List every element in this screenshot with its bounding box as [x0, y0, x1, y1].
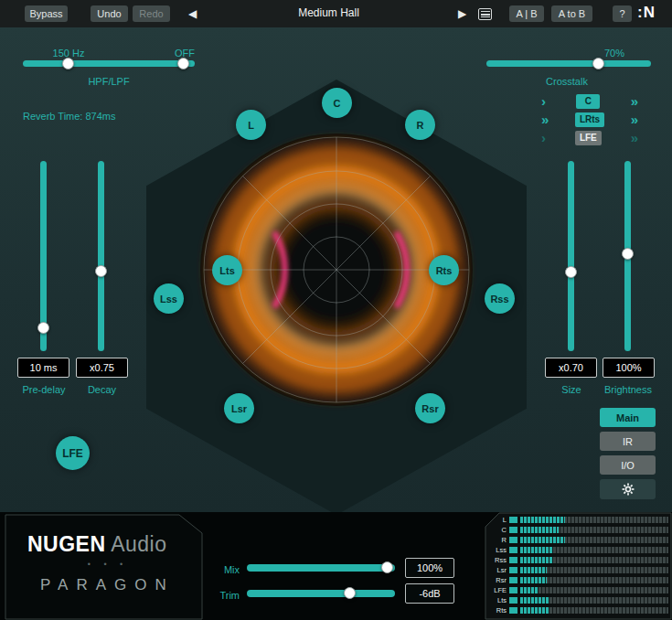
- trim-slider-track[interactable]: [247, 590, 395, 597]
- channel-meters: L C R Lss Rss Lsr Rsr LFE Lts Rts: [488, 515, 668, 615]
- meter-row-lts: Lts: [488, 595, 668, 605]
- bypass-button[interactable]: Bypass: [25, 5, 68, 22]
- footer-panel: NUGEN Audio • • • PARAGON Mix 100% Trim …: [0, 512, 672, 620]
- ab-toggle-button[interactable]: A | B: [509, 5, 544, 22]
- chevron-double-right-icon[interactable]: »: [631, 113, 638, 126]
- meter-label: Lsr: [488, 566, 507, 574]
- routing-row-lfe: › LFE »: [541, 130, 638, 145]
- routing-c-button[interactable]: C: [576, 94, 600, 109]
- crosstalk-slider-track[interactable]: [486, 60, 651, 67]
- brightness-slider-handle[interactable]: [622, 248, 634, 260]
- meter-chip: [509, 567, 517, 573]
- trim-slider-handle[interactable]: [344, 587, 356, 599]
- a-to-b-button[interactable]: A to B: [551, 5, 592, 22]
- crosstalk-value-label: 70%: [598, 48, 631, 59]
- next-preset-icon[interactable]: ▶: [458, 7, 466, 20]
- routing-row-c: › C »: [541, 93, 638, 109]
- reverb-time-label: Reverb Time: 874ms: [23, 111, 115, 122]
- meter-strip: [520, 537, 668, 543]
- routing-lfe-button[interactable]: LFE: [575, 131, 602, 145]
- meter-chip: [509, 537, 517, 543]
- meter-strip: [520, 607, 668, 614]
- size-slider-track[interactable]: [568, 161, 574, 351]
- decay-slider-handle[interactable]: [95, 265, 107, 277]
- size-slider-handle[interactable]: [565, 266, 577, 278]
- channel-node-l[interactable]: L: [236, 110, 266, 140]
- mix-slider-handle[interactable]: [381, 561, 393, 573]
- decay-value-box[interactable]: x0.75: [76, 358, 128, 378]
- mix-value-box[interactable]: 100%: [405, 558, 454, 578]
- channel-node-lts[interactable]: Lts: [212, 255, 242, 285]
- chevron-double-right-icon[interactable]: »: [631, 132, 638, 144]
- redo-button[interactable]: Redo: [133, 5, 170, 22]
- hpf-slider-handle[interactable]: [62, 58, 74, 69]
- channel-node-c[interactable]: C: [322, 88, 352, 118]
- meter-row-rsr: Rsr: [488, 575, 668, 585]
- brightness-value-box[interactable]: 100%: [603, 358, 655, 378]
- meter-level: [520, 557, 553, 563]
- meter-label: Lss: [488, 546, 507, 554]
- meter-strip: [520, 517, 668, 523]
- meter-strip: [520, 557, 668, 563]
- help-button[interactable]: ?: [613, 5, 632, 22]
- meter-level: [520, 587, 538, 593]
- brightness-label: Brightness: [594, 384, 662, 395]
- trim-value-box[interactable]: -6dB: [405, 583, 454, 604]
- meter-label: C: [488, 526, 507, 534]
- meter-chip: [509, 527, 517, 533]
- channel-node-lsr[interactable]: Lsr: [224, 393, 254, 423]
- meter-chip: [509, 547, 517, 553]
- meter-label: R: [488, 536, 507, 544]
- meter-level: [520, 517, 565, 523]
- settings-button[interactable]: [600, 479, 656, 499]
- predelay-slider-handle[interactable]: [37, 322, 49, 334]
- meter-chip: [509, 577, 517, 583]
- preset-list-icon[interactable]: [478, 8, 492, 20]
- trim-label: Trim: [208, 590, 240, 601]
- paragon-plugin-window: Bypass Undo Redo ◀ Medium Hall ▶ A | B A…: [0, 0, 672, 620]
- hpf-lpf-label: HPF/LPF: [72, 76, 145, 87]
- top-toolbar: Bypass Undo Redo ◀ Medium Hall ▶ A | B A…: [0, 0, 672, 27]
- meter-label: Rts: [488, 606, 507, 615]
- io-page-button[interactable]: I/O: [600, 455, 656, 475]
- meter-row-l: L: [488, 515, 668, 525]
- meter-row-c: C: [488, 525, 668, 535]
- channel-node-rss[interactable]: Rss: [485, 283, 515, 314]
- meter-strip: [520, 567, 668, 573]
- preset-name[interactable]: Medium Hall: [262, 6, 395, 19]
- meter-chip: [509, 517, 517, 523]
- routing-lrts-button[interactable]: LRts: [575, 112, 604, 127]
- decay-slider-track[interactable]: [98, 161, 104, 351]
- nugen-logo-icon: :N: [637, 4, 656, 22]
- meter-strip: [520, 587, 668, 593]
- hpf-lpf-slider-track[interactable]: [23, 60, 195, 67]
- predelay-value-box[interactable]: 10 ms: [17, 358, 69, 378]
- lpf-slider-handle[interactable]: [177, 58, 189, 69]
- meter-row-rss: Rss: [488, 555, 668, 565]
- previous-preset-icon[interactable]: ◀: [188, 7, 197, 20]
- meter-label: Rss: [488, 556, 507, 564]
- meter-label: L: [488, 516, 507, 524]
- chevron-right-icon[interactable]: ›: [541, 95, 546, 108]
- channel-node-lfe[interactable]: LFE: [56, 436, 90, 470]
- channel-node-lss[interactable]: Lss: [154, 283, 184, 314]
- meter-level: [520, 577, 547, 583]
- brand-nugen: NUGEN: [27, 532, 106, 556]
- meter-row-lfe: LFE: [488, 585, 668, 595]
- channel-node-r[interactable]: R: [405, 110, 435, 140]
- channel-node-rsr[interactable]: Rsr: [415, 393, 445, 423]
- undo-button[interactable]: Undo: [91, 5, 128, 22]
- ir-page-button[interactable]: IR: [600, 432, 656, 451]
- chevron-right-icon[interactable]: ›: [541, 132, 546, 144]
- mix-slider-track[interactable]: [247, 564, 395, 572]
- meter-level: [520, 567, 547, 573]
- channel-node-rts[interactable]: Rts: [429, 255, 459, 285]
- main-page-button[interactable]: Main: [600, 408, 656, 427]
- decay-label: Decay: [69, 384, 135, 395]
- crosstalk-slider-handle[interactable]: [592, 58, 604, 69]
- meter-strip: [520, 577, 668, 583]
- size-value-box[interactable]: x0.70: [545, 358, 597, 378]
- chevron-double-right-icon[interactable]: »: [631, 95, 638, 108]
- brand-audio: Audio: [106, 532, 167, 556]
- chevron-double-right-icon[interactable]: »: [541, 113, 549, 126]
